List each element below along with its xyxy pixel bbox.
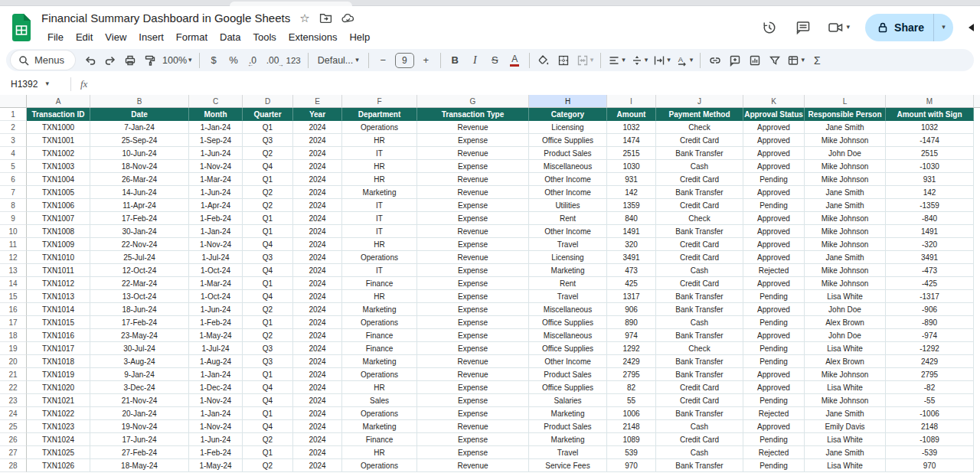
cell[interactable]: Q2 [243, 186, 293, 199]
cell[interactable]: 82 [607, 381, 656, 394]
row-header-23[interactable]: 23 [0, 394, 27, 407]
table-header-cell[interactable]: Amount [607, 108, 656, 121]
cell[interactable]: Operations [342, 121, 417, 134]
cell[interactable]: Pending [743, 316, 805, 329]
cell[interactable]: Q1 [243, 173, 293, 186]
cell[interactable]: Bank Transfer [656, 407, 743, 420]
row-header-22[interactable]: 22 [0, 381, 27, 394]
cell[interactable]: 931 [886, 173, 974, 186]
cell[interactable]: Expense [417, 433, 529, 446]
row-header-19[interactable]: 19 [0, 342, 27, 355]
cell[interactable]: 2024 [293, 199, 342, 212]
cell[interactable]: TXN1005 [27, 186, 90, 199]
cell[interactable]: 1-Nov-24 [189, 394, 243, 407]
insert-comment-button[interactable] [725, 51, 744, 70]
column-header-L[interactable]: L [805, 95, 886, 108]
cell[interactable]: -539 [886, 446, 974, 459]
cell[interactable]: Pending [743, 290, 805, 303]
cell[interactable]: Approved [743, 160, 805, 173]
cell[interactable]: -473 [886, 264, 974, 277]
cell[interactable]: Mike Johnson [805, 225, 886, 238]
undo-button[interactable] [80, 51, 100, 70]
menu-help[interactable]: Help [343, 30, 376, 44]
cell[interactable]: 1-Nov-24 [189, 420, 243, 433]
cell[interactable]: 2024 [293, 459, 342, 472]
row-header-16[interactable]: 16 [0, 303, 27, 316]
cell[interactable]: 142 [607, 186, 656, 199]
cell[interactable]: Bank Transfer [656, 329, 743, 342]
row-header-28[interactable]: 28 [0, 459, 27, 472]
cell[interactable]: 970 [607, 459, 656, 472]
table-header-cell[interactable]: Quarter [243, 108, 293, 121]
cell[interactable]: TXN1017 [27, 342, 90, 355]
cell[interactable]: Rent [529, 212, 607, 225]
cell[interactable]: TXN1016 [27, 329, 90, 342]
cell[interactable]: -1292 [886, 342, 974, 355]
move-folder-icon[interactable] [319, 12, 332, 24]
cell[interactable]: Approved [743, 212, 805, 225]
cell[interactable]: -890 [886, 316, 974, 329]
cell[interactable]: TXN1000 [27, 121, 90, 134]
cell[interactable]: -1317 [886, 290, 974, 303]
cell[interactable]: 1-Jun-24 [189, 303, 243, 316]
decrease-font-size-button[interactable]: − [374, 51, 393, 70]
cell[interactable]: Q4 [243, 160, 293, 173]
cell[interactable]: Pending [743, 355, 805, 368]
cell[interactable]: Expense [417, 316, 529, 329]
increase-decimal-button[interactable]: .00→ [264, 51, 283, 70]
cell[interactable]: Q3 [243, 134, 293, 147]
cell[interactable]: Q1 [243, 368, 293, 381]
cell[interactable]: Revenue [417, 173, 529, 186]
cell[interactable]: TXN1006 [27, 199, 90, 212]
cell[interactable]: Credit Card [656, 433, 743, 446]
cell[interactable]: 20-Jan-24 [90, 407, 189, 420]
cell[interactable]: Operations [342, 459, 417, 472]
cell[interactable]: Bank Transfer [656, 290, 743, 303]
cell[interactable]: 1491 [886, 225, 974, 238]
sheets-logo[interactable] [11, 13, 32, 42]
row-header-9[interactable]: 9 [0, 212, 27, 225]
table-header-cell[interactable]: Month [189, 108, 243, 121]
cell[interactable]: Finance [342, 329, 417, 342]
cell[interactable]: 25-Sep-24 [90, 134, 189, 147]
cell[interactable]: Approved [743, 121, 805, 134]
cell[interactable]: Rejected [743, 446, 805, 459]
cell[interactable]: Salaries [529, 394, 607, 407]
cell[interactable]: Product Sales [529, 368, 607, 381]
cell[interactable]: 2515 [886, 147, 974, 160]
cell[interactable]: 2024 [293, 121, 342, 134]
column-header-J[interactable]: J [656, 95, 743, 108]
cell[interactable]: Q2 [243, 303, 293, 316]
cell[interactable]: -1030 [886, 160, 974, 173]
borders-button[interactable] [554, 51, 573, 70]
table-header-cell[interactable]: Category [529, 108, 607, 121]
collapse-panel-arrow-icon[interactable] [969, 24, 974, 31]
cell[interactable]: Revenue [417, 355, 529, 368]
cell[interactable]: 17-Feb-24 [90, 316, 189, 329]
cell[interactable]: Marketing [529, 407, 607, 420]
cell[interactable]: Revenue [417, 147, 529, 160]
cell[interactable]: IT [342, 264, 417, 277]
cell[interactable]: Office Supplies [529, 342, 607, 355]
cell[interactable]: 1292 [607, 342, 656, 355]
cell[interactable]: Check [656, 342, 743, 355]
zoom-select[interactable]: 100%▾ [160, 51, 194, 70]
cell[interactable]: Q4 [243, 290, 293, 303]
cell[interactable]: 2024 [293, 186, 342, 199]
cell[interactable]: Rent [529, 277, 607, 290]
cell[interactable]: 1-Mar-24 [189, 277, 243, 290]
cell[interactable]: TXN1021 [27, 394, 90, 407]
cell[interactable]: 970 [886, 459, 974, 472]
cell[interactable]: John Doe [805, 329, 886, 342]
cell[interactable]: Mike Johnson [805, 238, 886, 251]
cell[interactable]: 2024 [293, 355, 342, 368]
row-header-6[interactable]: 6 [0, 173, 27, 186]
cell[interactable]: Q1 [243, 316, 293, 329]
table-header-cell[interactable]: Date [90, 108, 189, 121]
cell[interactable]: 2148 [607, 420, 656, 433]
cell[interactable]: 21-Nov-24 [90, 394, 189, 407]
column-header-M[interactable]: M [886, 95, 974, 108]
cell[interactable]: Bank Transfer [656, 147, 743, 160]
cell[interactable]: Bank Transfer [656, 303, 743, 316]
row-header-11[interactable]: 11 [0, 238, 27, 251]
